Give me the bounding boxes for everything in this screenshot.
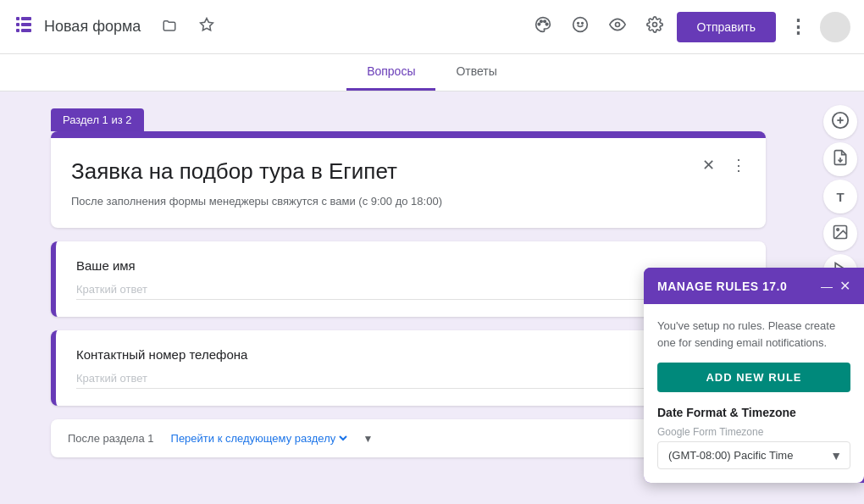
panel-header-icons: — ✕ xyxy=(821,278,850,294)
svg-point-12 xyxy=(577,23,579,25)
title-icon: T xyxy=(836,190,844,204)
manage-rules-panel: MANAGE RULES 17.0 — ✕ You've setup no ru… xyxy=(644,268,864,483)
main-content: Раздел 1 из 2 ✕ ⋮ Заявка на подбор тура … xyxy=(0,91,864,500)
svg-point-8 xyxy=(540,20,542,23)
add-question-button[interactable] xyxy=(823,105,857,139)
form-card-actions: ✕ ⋮ xyxy=(695,152,752,179)
footer-label: После раздела 1 xyxy=(68,432,154,445)
svg-rect-1 xyxy=(16,23,19,26)
collapse-button[interactable]: ✕ xyxy=(695,152,722,179)
header-file-icons xyxy=(154,12,222,42)
customize-palette-button[interactable] xyxy=(528,12,558,42)
collapse-icon: ✕ xyxy=(702,156,715,174)
svg-point-9 xyxy=(543,20,546,23)
settings-icon xyxy=(646,16,663,37)
import-questions-button[interactable] xyxy=(823,142,857,176)
emoji-button[interactable] xyxy=(565,12,595,42)
star-icon xyxy=(199,17,214,36)
folder-icon xyxy=(162,18,177,36)
svg-point-14 xyxy=(615,23,619,27)
form-title: Новая форма xyxy=(44,18,141,36)
form-title-card: ✕ ⋮ Заявка на подбор тура в Египет После… xyxy=(51,131,766,228)
more-icon: ⋮ xyxy=(789,16,807,38)
header-right-actions: Отправить ⋮ xyxy=(528,12,850,42)
form-card-title-text: Заявка на подбор тура в Египет xyxy=(71,158,745,185)
panel-body: You've setup no rules. Please create one… xyxy=(644,304,864,483)
more-options-button[interactable]: ⋮ xyxy=(783,12,813,42)
svg-point-13 xyxy=(581,23,583,25)
tab-answers[interactable]: Ответы xyxy=(435,54,517,91)
svg-rect-4 xyxy=(21,23,31,26)
emoji-icon xyxy=(572,16,589,37)
app-logo-icon xyxy=(14,14,34,40)
svg-rect-2 xyxy=(16,29,19,32)
form-card-description: После заполнения формы менеджеры свяжутс… xyxy=(71,195,745,208)
minimize-icon[interactable]: — xyxy=(821,280,833,293)
more-card-button[interactable]: ⋮ xyxy=(725,152,752,179)
close-panel-icon[interactable]: ✕ xyxy=(839,278,850,294)
app-header: Новая форма xyxy=(0,0,864,54)
panel-section-title: Date Format & Timezone xyxy=(657,406,850,419)
star-button[interactable] xyxy=(191,12,222,42)
svg-marker-6 xyxy=(201,19,213,30)
send-button[interactable]: Отправить xyxy=(677,12,776,42)
svg-point-21 xyxy=(837,228,839,230)
add-new-rule-button[interactable]: ADD NEW RULE xyxy=(657,363,850,392)
folder-button[interactable] xyxy=(154,12,185,42)
add-circle-icon xyxy=(831,111,850,134)
add-title-button[interactable]: T xyxy=(823,180,857,213)
preview-icon xyxy=(609,16,626,37)
panel-title: MANAGE RULES 17.0 xyxy=(657,280,787,293)
avatar[interactable] xyxy=(820,12,850,42)
svg-point-15 xyxy=(652,23,656,27)
preview-button[interactable] xyxy=(602,12,633,42)
svg-rect-5 xyxy=(21,29,31,32)
footer-chevron-icon: ▼ xyxy=(363,433,374,445)
import-icon xyxy=(832,149,849,170)
footer-section-select[interactable]: Перейти к следующему разделу xyxy=(168,431,350,446)
timezone-label: Google Form Timezone xyxy=(657,426,850,438)
timezone-select-wrap: (GMT-12:00) International Date Line West… xyxy=(657,441,850,469)
svg-rect-3 xyxy=(21,17,31,20)
panel-description: You've setup no rules. Please create one… xyxy=(657,318,850,351)
palette-icon xyxy=(534,16,551,37)
svg-rect-0 xyxy=(16,17,19,20)
add-image-button[interactable] xyxy=(823,217,857,251)
settings-button[interactable] xyxy=(640,12,670,42)
panel-header: MANAGE RULES 17.0 — ✕ xyxy=(644,268,864,304)
section-badge: Раздел 1 из 2 xyxy=(51,108,144,131)
svg-point-11 xyxy=(573,18,587,32)
timezone-select[interactable]: (GMT-12:00) International Date Line West… xyxy=(657,441,850,469)
tab-questions[interactable]: Вопросы xyxy=(346,54,435,91)
image-icon xyxy=(832,224,849,245)
more-card-icon: ⋮ xyxy=(731,156,746,174)
tab-bar: Вопросы Ответы xyxy=(0,54,864,91)
svg-point-7 xyxy=(538,23,540,25)
svg-point-10 xyxy=(546,23,548,25)
